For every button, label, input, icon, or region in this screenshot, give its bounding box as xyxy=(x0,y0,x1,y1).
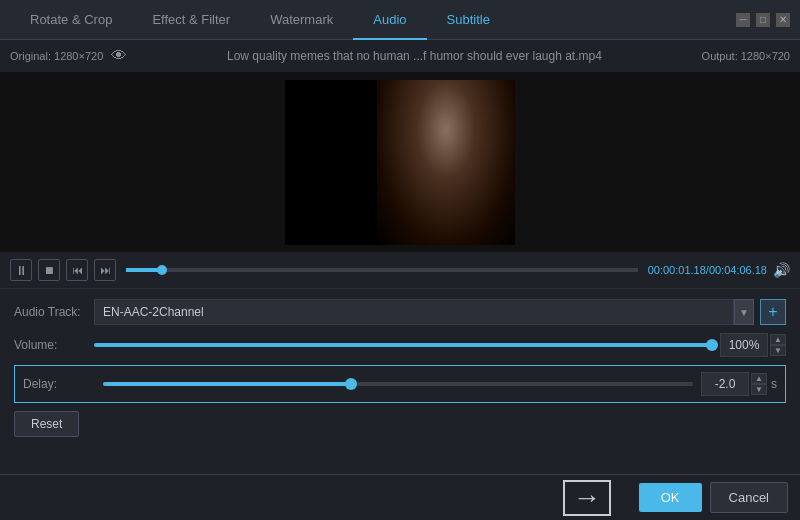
delay-spin-buttons: ▲ ▼ xyxy=(751,373,767,395)
output-resolution-label: Output: 1280×720 xyxy=(702,50,790,62)
pause-button[interactable]: ⏸ xyxy=(10,259,32,281)
tab-watermark-label: Watermark xyxy=(270,12,333,27)
tab-effect-filter[interactable]: Effect & Filter xyxy=(132,0,250,40)
video-frame xyxy=(285,80,515,245)
stop-button[interactable]: ⏹ xyxy=(38,259,60,281)
window-controls: ─ □ ✕ xyxy=(736,13,790,27)
maximize-button[interactable]: □ xyxy=(756,13,770,27)
time-display: 00:00:01.18/00:04:06.18 xyxy=(648,264,767,276)
delay-slider-fill xyxy=(103,382,351,386)
video-preview-area xyxy=(0,72,800,252)
progress-bar[interactable] xyxy=(126,268,638,272)
track-dropdown-arrow[interactable]: ▼ xyxy=(734,299,754,325)
original-resolution-label: Original: 1280×720 xyxy=(10,50,103,62)
progress-thumb xyxy=(157,265,167,275)
tab-rotate-crop[interactable]: Rotate & Crop xyxy=(10,0,132,40)
volume-slider-container[interactable] xyxy=(94,335,712,355)
audio-track-label: Audio Track: xyxy=(14,305,94,319)
tab-subtitle[interactable]: Subtitle xyxy=(427,0,510,40)
tab-subtitle-label: Subtitle xyxy=(447,12,490,27)
volume-icon[interactable]: 🔊 xyxy=(773,262,790,278)
delay-row-container: Delay: ▲ ▼ s xyxy=(14,365,786,403)
tab-effect-filter-label: Effect & Filter xyxy=(152,12,230,27)
audio-track-row: Audio Track: EN-AAC-2Channel ▼ + xyxy=(14,299,786,325)
video-black-region xyxy=(285,80,377,245)
tab-audio[interactable]: Audio xyxy=(353,0,426,40)
tab-audio-label: Audio xyxy=(373,12,406,27)
filename-label: Low quality memes that no human ...f hum… xyxy=(137,49,691,63)
volume-decrement-button[interactable]: ▼ xyxy=(770,345,786,356)
delay-label: Delay: xyxy=(23,377,103,391)
audio-track-select[interactable]: EN-AAC-2Channel xyxy=(94,299,734,325)
minimize-button[interactable]: ─ xyxy=(736,13,750,27)
tab-rotate-crop-label: Rotate & Crop xyxy=(30,12,112,27)
delay-input[interactable] xyxy=(701,372,749,396)
delay-slider-track xyxy=(103,382,693,386)
delay-decrement-button[interactable]: ▼ xyxy=(751,384,767,395)
volume-label: Volume: xyxy=(14,338,94,352)
tab-bar: Rotate & Crop Effect & Filter Watermark … xyxy=(0,0,800,40)
volume-value-wrap: ▲ ▼ xyxy=(720,333,786,357)
arrow-icon: → xyxy=(563,480,611,516)
cancel-button[interactable]: Cancel xyxy=(710,482,788,513)
time-total: 00:04:06.18 xyxy=(709,264,767,276)
bottom-bar: → OK Cancel xyxy=(0,474,800,520)
audio-panel: Audio Track: EN-AAC-2Channel ▼ + Volume:… xyxy=(0,289,800,447)
video-content-region xyxy=(377,80,515,245)
volume-slider-track xyxy=(94,343,712,347)
eye-icon[interactable]: 👁 xyxy=(111,47,127,65)
preview-bar: Original: 1280×720 👁 Low quality memes t… xyxy=(0,40,800,72)
volume-slider-fill xyxy=(94,343,712,347)
volume-slider-thumb[interactable] xyxy=(706,339,718,351)
close-button[interactable]: ✕ xyxy=(776,13,790,27)
delay-unit-label: s xyxy=(771,377,777,391)
volume-spin-buttons: ▲ ▼ xyxy=(770,334,786,356)
prev-button[interactable]: ⏮ xyxy=(66,259,88,281)
delay-slider-thumb[interactable] xyxy=(345,378,357,390)
tab-watermark[interactable]: Watermark xyxy=(250,0,353,40)
add-track-button[interactable]: + xyxy=(760,299,786,325)
volume-increment-button[interactable]: ▲ xyxy=(770,334,786,345)
volume-row: Volume: ▲ ▼ xyxy=(14,333,786,357)
delay-value-wrap: ▲ ▼ s xyxy=(701,372,777,396)
time-current: 00:00:01.18 xyxy=(648,264,706,276)
reset-button[interactable]: Reset xyxy=(14,411,79,437)
delay-increment-button[interactable]: ▲ xyxy=(751,373,767,384)
next-button[interactable]: ⏭ xyxy=(94,259,116,281)
delay-slider-container[interactable] xyxy=(103,374,693,394)
ok-button[interactable]: OK xyxy=(639,483,702,512)
playback-controls: ⏸ ⏹ ⏮ ⏭ 00:00:01.18/00:04:06.18 🔊 xyxy=(0,252,800,288)
video-thumbnail xyxy=(285,80,515,245)
track-select-group: EN-AAC-2Channel ▼ xyxy=(94,299,754,325)
volume-input[interactable] xyxy=(720,333,768,357)
